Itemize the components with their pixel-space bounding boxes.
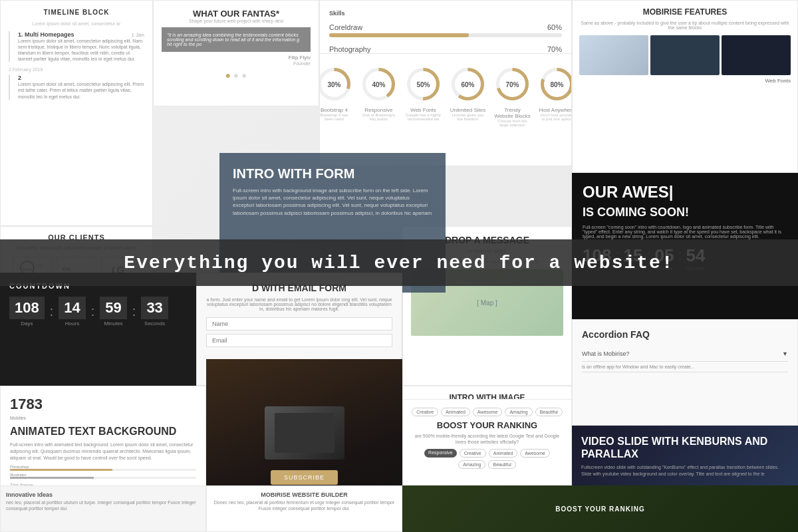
laptop-icon bbox=[265, 406, 344, 460]
video-slide-title: VIDEO SLIDE WITH KENBURNS AND PARALLAX bbox=[581, 435, 789, 460]
mobirise-features-images bbox=[579, 35, 791, 75]
innovative-text: nec leo, placerat at porttitor ututum ut… bbox=[6, 499, 200, 511]
forest-panel: BOOST YOUR RANKING bbox=[402, 485, 798, 532]
timeline-item-2-title: 2 bbox=[18, 74, 144, 81]
mobirise-features-title: MOBIRISE FEATURES bbox=[579, 7, 791, 17]
feature-img-1 bbox=[579, 35, 648, 75]
stats-panel: 30% Bootstrap 4 Bootstrap 4 has been rat… bbox=[319, 53, 572, 166]
video-slide-text: Fullscreen video slide with outstanding … bbox=[581, 464, 789, 477]
tab-amazing[interactable]: Amazing bbox=[505, 408, 532, 416]
stat-webfonts: 50% Web Fonts Google has a highly recomm… bbox=[405, 66, 442, 127]
svg-text:40%: 40% bbox=[372, 81, 385, 88]
timeline-subtitle: Lorem ipsum dolor sit amet, consectetur … bbox=[9, 21, 144, 26]
countdown-display: 108 Days : 14 Hours : 59 Minutes : 33 Se… bbox=[9, 297, 187, 327]
tab-awesome[interactable]: Awesome bbox=[473, 408, 503, 416]
coming-soon-desc: Full-screen "coming soon" intro with cou… bbox=[583, 225, 787, 239]
timeline-title: TIMELINE BLOCK bbox=[9, 9, 144, 16]
tab2-awesome[interactable]: Awesome bbox=[520, 449, 550, 458]
intro-form-title: INTRO WITH FORM bbox=[233, 166, 432, 182]
tab2-amazing[interactable]: Amazing bbox=[458, 460, 485, 469]
intro-form-text: Full-screen intro with background image … bbox=[233, 187, 432, 217]
fantastas-sub: Shape your future web project with sharp… bbox=[162, 19, 311, 23]
counter-label: Mobiles bbox=[10, 416, 196, 420]
innovative-title: Innovative Ideas bbox=[6, 491, 200, 498]
timeline-date-2: 2 February 2018 bbox=[9, 67, 144, 72]
mobirise-features-subtitle: Same as above - probably included to giv… bbox=[579, 21, 791, 30]
feature-img-2 bbox=[650, 35, 720, 75]
tab-animated[interactable]: Animated bbox=[441, 408, 470, 416]
animated-bars: Photoshop Illustrator bbox=[10, 465, 196, 479]
boost-title: BOOST YOUR RANKING bbox=[411, 420, 563, 430]
timeline-item-1-date: 1 Jan bbox=[131, 32, 144, 38]
testimonial-dots: ● ● ● bbox=[162, 69, 311, 81]
main-banner: Everything you will ever need for a webs… bbox=[0, 239, 798, 286]
animated-text-body: Full-screen intro with animated text bac… bbox=[10, 442, 196, 461]
skills-title: Skills bbox=[329, 10, 562, 17]
coming-soon-title2: IS COMING SOON! bbox=[583, 206, 787, 219]
bar-illustrator: Illustrator bbox=[10, 473, 196, 479]
count-hours: 14 Hours bbox=[59, 297, 85, 327]
timeline-item-1-text: Lorem ipsum dolor sit amet, consectetur … bbox=[18, 38, 144, 62]
count-days: 108 Days bbox=[9, 297, 45, 327]
timeline-item-1: 1. Multi Homepages 1 Jan Lorem ipsum dol… bbox=[9, 31, 144, 62]
tab-creative[interactable]: Creative bbox=[412, 408, 438, 416]
mobirise-builder-text: Donec nec leo, placerat at porttitor fer… bbox=[212, 499, 396, 511]
timeline-panel: TIMELINE BLOCK Lorem ipsum dolor sit ame… bbox=[0, 0, 153, 226]
tab-beautiful[interactable]: Beautiful bbox=[535, 408, 563, 416]
email-form-text: a form. Just enter your name and email t… bbox=[206, 297, 392, 311]
fantastas-title: WHAT OUR FANTAS* bbox=[162, 9, 311, 19]
mobirise-builder-panel: MOBIRISE WEBSITE BUILDER Donec nec leo, … bbox=[206, 485, 402, 532]
main-banner-text: Everything you will ever need for a webs… bbox=[124, 253, 674, 273]
count-minutes: 59 Minutes bbox=[100, 297, 126, 327]
skill-coreldraw-bar bbox=[329, 33, 469, 37]
svg-text:60%: 60% bbox=[461, 81, 474, 88]
tab2-creative[interactable]: Creative bbox=[460, 449, 486, 458]
email-email-input[interactable] bbox=[206, 334, 392, 347]
counter-number: 1783 bbox=[10, 396, 196, 413]
timeline-item-2-text: Lorem ipsum dolor sit amet, consectetur … bbox=[18, 81, 144, 99]
tab2-animated[interactable]: Animated bbox=[489, 449, 518, 458]
testimonial-author: Filip Flyiv Founder bbox=[162, 55, 311, 66]
svg-text:50%: 50% bbox=[416, 81, 430, 88]
countdown-panel: COUNTDOWN 108 Days : 14 Hours : 59 Minut… bbox=[0, 273, 196, 386]
tab2-beautiful[interactable]: Beautiful bbox=[488, 460, 515, 469]
skill-coreldraw: Coreldraw 60% bbox=[329, 23, 562, 37]
stats-row: 30% Bootstrap 4 Bootstrap 4 has been rat… bbox=[327, 66, 565, 127]
animated-text-title: ANIMATED TEXT BACKGROUND bbox=[10, 426, 196, 438]
svg-text:80%: 80% bbox=[550, 81, 563, 88]
mobirise-builder-title: MOBIRISE WEBSITE BUILDER bbox=[212, 491, 396, 498]
accordion-title: Accordion FAQ bbox=[582, 329, 788, 340]
accordion-item-1[interactable]: What is Mobirise? ▼ bbox=[582, 346, 788, 362]
stat-responsive: 40% Responsive One of Bootstrap's key po… bbox=[360, 66, 397, 127]
bar-photoshop: Photoshop bbox=[10, 465, 196, 471]
stat-trendy: 70% Trendy Website Blocks Choose from th… bbox=[494, 66, 531, 127]
feature-img-3 bbox=[722, 35, 791, 75]
collage: TIMELINE BLOCK Lorem ipsum dolor sit ame… bbox=[0, 0, 798, 532]
stat-unlimited: 60% Unlimited Sites License gives you th… bbox=[450, 66, 486, 127]
svg-text:70%: 70% bbox=[505, 81, 519, 88]
count-seconds: 33 Seconds bbox=[141, 297, 168, 327]
svg-text:30%: 30% bbox=[327, 81, 340, 88]
boost-tabs-2: Responsive Creative Animated Awesome Ama… bbox=[411, 449, 563, 469]
accordion-panel: Accordion FAQ What is Mobirise? ▼ is an … bbox=[572, 319, 798, 426]
tab2-responsive[interactable]: Responsive bbox=[424, 449, 457, 458]
testimonial-quote: "It is an amazing idea combining the tes… bbox=[162, 27, 311, 52]
accordion-content-1: is an offline app for Window and Mac to … bbox=[582, 362, 788, 372]
boost-ranking-2-title: BOOST YOUR RANKING bbox=[555, 505, 645, 513]
stat-bootstrap: 30% Bootstrap 4 Bootstrap 4 has been rat… bbox=[319, 66, 352, 127]
fantastas-panel: WHAT OUR FANTAS* Shape your future web p… bbox=[153, 0, 319, 106]
stat-host: 80% Host Anywhere Don't host yourself is… bbox=[539, 66, 572, 127]
timeline-item-1-title: 1. Multi Homepages bbox=[18, 31, 74, 38]
innovative-ideas-panel: Innovative Ideas nec leo, placerat at po… bbox=[0, 485, 206, 532]
boost-tabs-1: Creative Animated Awesome Amazing Beauti… bbox=[411, 408, 563, 416]
web-fonts-label: Web Fonts bbox=[579, 78, 791, 84]
mobirise-features-panel: MOBIRISE FEATURES Same as above - probab… bbox=[572, 0, 798, 173]
subscribe-button[interactable]: SUBSCRIBE bbox=[271, 470, 338, 485]
email-name-input[interactable] bbox=[206, 317, 392, 331]
coming-soon-title: OUR AWES| bbox=[583, 184, 787, 201]
timeline-item-2: 2 Lorem ipsum dolor sit amet, consectetu… bbox=[9, 74, 144, 99]
boost-text: are 500% mobile-friendly according the l… bbox=[411, 433, 563, 445]
